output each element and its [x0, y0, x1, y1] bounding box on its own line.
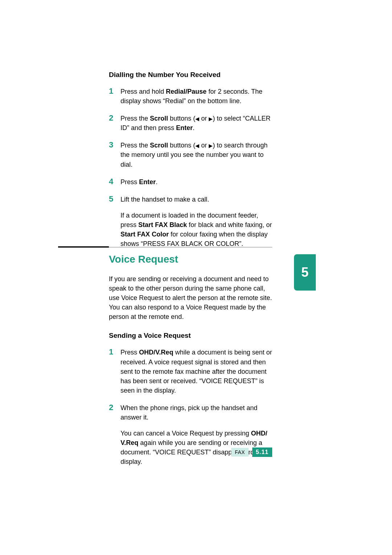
- step-number: 1: [109, 87, 121, 96]
- step-paragraph: Press the Scroll buttons (◀ or ▶) to sel…: [121, 114, 272, 133]
- bold-text: Enter: [139, 178, 156, 186]
- voice-request-intro: If you are sending or receiving a docume…: [109, 274, 272, 321]
- numbered-step: 3Press the Scroll buttons (◀ or ▶) to se…: [109, 141, 272, 169]
- bold-text: Start FAX Black: [138, 221, 187, 228]
- numbered-step: 4Press Enter.: [109, 177, 272, 187]
- step-number: 2: [109, 403, 121, 412]
- triangle-left-icon: ◀: [195, 142, 199, 149]
- step-paragraph: Press Enter.: [121, 177, 272, 187]
- section-voice-request: If you are sending or receiving a docume…: [109, 274, 272, 475]
- section-dialling: Dialling the Number You Received 1Press …: [109, 71, 272, 256]
- step-body: Press the Scroll buttons (◀ or ▶) to sea…: [121, 141, 272, 169]
- step-body: Press OHD/V.Req while a document is bein…: [121, 348, 272, 395]
- bold-text: Start FAX Color: [121, 231, 169, 238]
- footer-section-label: FAX: [231, 448, 249, 457]
- step-paragraph: When the phone rings, pick up the handse…: [121, 403, 272, 422]
- bold-text: Scroll: [150, 115, 168, 122]
- step-paragraph: If a document is loaded in the document …: [121, 211, 272, 248]
- step-number: 4: [109, 177, 121, 186]
- bold-text: OHD/V.Req: [139, 349, 173, 356]
- step-body: Press the Scroll buttons (◀ or ▶) to sel…: [121, 114, 272, 133]
- chapter-tab: 5: [294, 254, 316, 291]
- subheading-dialling: Dialling the Number You Received: [109, 71, 272, 79]
- steps-list-1: 1Press and hold Redial/Pause for 2 secon…: [109, 87, 272, 248]
- bold-text: OHD/ V.Req: [121, 430, 268, 446]
- page-footer: FAX 5.11: [109, 447, 272, 457]
- bold-text: Enter: [176, 124, 193, 131]
- step-number: 5: [109, 195, 121, 203]
- step-number: 2: [109, 114, 121, 122]
- numbered-step: 2When the phone rings, pick up the hands…: [109, 403, 272, 467]
- triangle-right-icon: ▶: [209, 115, 213, 122]
- numbered-step: 2Press the Scroll buttons (◀ or ▶) to se…: [109, 114, 272, 133]
- numbered-step: 1Press OHD/V.Req while a document is bei…: [109, 348, 272, 395]
- step-paragraph: Press the Scroll buttons (◀ or ▶) to sea…: [121, 141, 272, 169]
- step-body: Press and hold Redial/Pause for 2 second…: [121, 87, 272, 106]
- bold-text: Redial/Pause: [166, 88, 207, 95]
- step-paragraph: Press and hold Redial/Pause for 2 second…: [121, 87, 272, 106]
- step-body: Lift the handset to make a call.If a doc…: [121, 195, 272, 248]
- numbered-step: 1Press and hold Redial/Pause for 2 secon…: [109, 87, 272, 106]
- step-body: When the phone rings, pick up the handse…: [121, 403, 272, 467]
- triangle-right-icon: ▶: [209, 142, 213, 149]
- step-paragraph: Press OHD/V.Req while a document is bein…: [121, 348, 272, 395]
- section-rule: [58, 247, 272, 247]
- step-number: 3: [109, 141, 121, 149]
- section-title-voice-request: Voice Request: [109, 254, 178, 265]
- step-number: 1: [109, 348, 121, 356]
- numbered-step: 5Lift the handset to make a call.If a do…: [109, 195, 272, 248]
- triangle-left-icon: ◀: [195, 115, 199, 122]
- step-paragraph: Lift the handset to make a call.: [121, 195, 272, 204]
- step-body: Press Enter.: [121, 177, 272, 187]
- subheading-sending-voice-request: Sending a Voice Request: [109, 332, 272, 340]
- page: Dialling the Number You Received 1Press …: [0, 0, 392, 555]
- footer-page-number: 5.11: [252, 447, 272, 457]
- bold-text: Scroll: [150, 142, 168, 149]
